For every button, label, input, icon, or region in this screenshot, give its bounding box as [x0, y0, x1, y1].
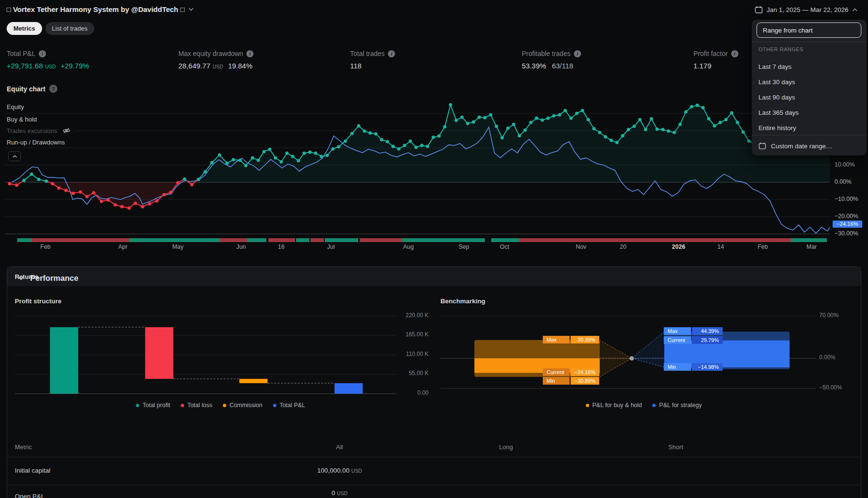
tab-metrics[interactable]: Metrics [7, 22, 42, 35]
returns-col-short: Short [628, 443, 724, 451]
metric-value: 28,649.77 [178, 62, 210, 70]
legend-item-p-l-for-strategy[interactable]: P&L for strategy [652, 402, 702, 409]
y-axis-label: −20.00% [835, 213, 862, 220]
legend-item-total-profit[interactable]: Total profit [136, 402, 170, 409]
legend-label: P&L for strategy [659, 402, 702, 409]
legend-label: Commission [230, 402, 263, 409]
menu-item-custom-date-range[interactable]: Custom date range… [752, 138, 867, 154]
metric-label: Max equity drawdown [178, 50, 243, 57]
returns-section-header[interactable]: Returns [7, 267, 861, 286]
bench-y-label: 0.00% [819, 354, 835, 361]
equity-legend-item-run-up-drawdowns[interactable]: Run-up / Drawdowns [7, 138, 69, 146]
legend-dot [181, 404, 184, 407]
menu-item-last-7-days[interactable]: Last 7 days [752, 59, 867, 74]
strategy-title-row[interactable]: □ Vortex Tether Harmony System by @David… [7, 5, 194, 13]
info-icon[interactable]: i [731, 50, 738, 57]
legend-item-p-l-for-buy-hold[interactable]: P&L for buy & hold [586, 402, 642, 409]
metric-total-pl: Total P&Li +29,791.68USD+29.79% [7, 50, 174, 70]
badge-label: Min [664, 363, 691, 371]
value: 100,000.00 [317, 467, 350, 474]
legend-item-total-loss[interactable]: Total loss [181, 402, 212, 409]
menu-item-entire-history[interactable]: Entire history [752, 120, 867, 135]
legend-dot [136, 404, 139, 407]
y-axis-label: −30.00% [835, 230, 862, 237]
legend-item-commission[interactable]: Commission [223, 402, 263, 409]
y-axis-label: 0.00% [835, 178, 862, 185]
legend-label: Total P&L [280, 402, 306, 409]
bench-y-label: −50.00% [819, 384, 842, 391]
strategy-tester-page: □ Vortex Tether Harmony System by @David… [0, 0, 868, 498]
profit-y-label: 165.00 K [400, 331, 429, 338]
returns-row-label: Initial capital [15, 467, 50, 474]
equity-legend-item-equity[interactable]: Equity [7, 102, 28, 111]
x-axis-label: May [172, 243, 184, 250]
menu-item-last-90-days[interactable]: Last 90 days [752, 89, 867, 105]
view-tabs: Metrics List of trades [7, 22, 94, 35]
x-axis-label: Oct [500, 243, 509, 250]
y-axis-label: −10.00% [835, 196, 862, 202]
strategy-title: □ Vortex Tether Harmony System by @David… [7, 5, 185, 13]
menu-item-range-from-chart[interactable]: Range from chart [757, 22, 861, 38]
profit-structure-plot [15, 309, 400, 396]
x-axis-label: 2026 [672, 243, 685, 250]
metric-value: 1.179 [693, 62, 712, 70]
date-range-button[interactable]: Jan 1, 2025 — Mar 22, 2026 [755, 6, 857, 14]
legend-dot [273, 404, 276, 407]
returns-row-value: 0 USD [292, 489, 387, 497]
badge-value: 30.39% [571, 336, 599, 343]
chevron-up-icon [12, 155, 17, 158]
x-axis-label: Feb [758, 243, 768, 250]
x-axis-label: 14 [717, 243, 724, 250]
info-icon[interactable]: i [246, 50, 253, 57]
tab-list-of-trades[interactable]: List of trades [45, 22, 94, 35]
last-value-badge: −24.16% [833, 221, 862, 228]
bench-badge-current: Current29.79% [664, 336, 723, 344]
legend-label: Trades excursions [7, 127, 57, 134]
badge-value: −24.16% [571, 368, 599, 376]
profit-y-label: 220.00 K [400, 312, 429, 319]
bench-badge-min: Min−14.98% [664, 363, 723, 371]
x-axis-label: 16 [278, 243, 285, 250]
performance-section-header[interactable]: Performance [18, 274, 78, 283]
info-icon[interactable]: i [388, 50, 395, 57]
unit: USD [337, 490, 348, 496]
metric-label: Profitable trades [522, 50, 571, 57]
collapse-chart-button[interactable] [8, 151, 21, 161]
eye-off-icon[interactable] [62, 127, 71, 134]
metric-value: 53.39% [522, 62, 546, 70]
badge-label: Current [664, 336, 691, 344]
bench-badge-current: Current−24.16% [543, 368, 599, 376]
legend-item-total-p-l[interactable]: Total P&L [273, 402, 306, 409]
y-axis-label: 10.00% [835, 161, 862, 168]
equity-legend-item-trades-excursions[interactable]: Trades excursions [7, 126, 75, 135]
benchmarking-plot [440, 311, 818, 395]
equity-legend-item-buy-hold[interactable]: Buy & hold [7, 115, 41, 123]
bench-badge-min: Min−30.89% [543, 377, 599, 385]
metric-total-trades: Total tradesi 118 [350, 50, 517, 70]
x-axis-label: Feb [40, 243, 51, 250]
info-icon[interactable]: i [39, 50, 46, 57]
returns-row-value: 100,000.00 USD [292, 467, 387, 474]
returns-row-label: Open P&L [15, 493, 44, 498]
metric-label: Profit factor [693, 50, 728, 57]
badge-label: Max [664, 327, 691, 335]
x-axis-label: Jul [327, 243, 335, 250]
profit-y-label: 110.00 K [400, 351, 429, 357]
metric-extra: +29.79% [61, 62, 89, 70]
menu-item-last-365-days[interactable]: Last 365 days [752, 105, 867, 120]
badge-value: 29.79% [692, 336, 723, 344]
x-axis-label: 20 [620, 243, 626, 250]
x-axis-label: Sep [459, 243, 469, 250]
equity-chart-plot[interactable] [5, 89, 830, 242]
bench-badge-max: Max44.39% [664, 327, 723, 335]
info-icon[interactable]: i [574, 50, 581, 57]
unit: USD [352, 468, 362, 474]
profit-structure-legend: Total profitTotal lossCommissionTotal P&… [15, 402, 426, 409]
metric-extra: 19.84% [228, 62, 253, 70]
performance-card: Performance Profit structure Benchmarkin… [7, 266, 861, 498]
legend-dot [586, 404, 589, 407]
benchmarking-title: Benchmarking [440, 298, 485, 305]
menu-item-last-30-days[interactable]: Last 30 days [752, 74, 867, 89]
badge-value: −14.98% [692, 363, 723, 371]
returns-col-metric: Metric [15, 443, 32, 451]
